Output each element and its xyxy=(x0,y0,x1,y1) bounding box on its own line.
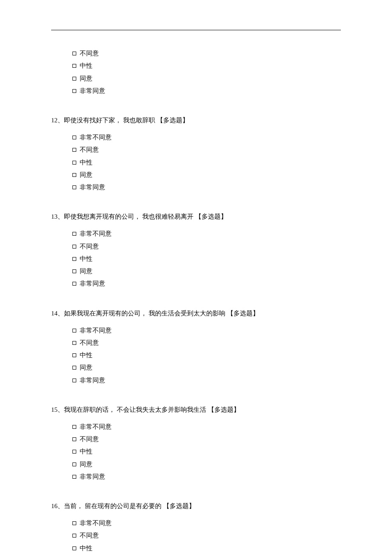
option-label: 同意 xyxy=(80,169,92,181)
checkbox-icon[interactable] xyxy=(72,64,76,68)
options-list: 非常不同意 不同意 中性 xyxy=(72,517,341,555)
checkbox-icon[interactable] xyxy=(72,52,76,55)
option-item[interactable]: 中性 xyxy=(72,349,341,361)
option-label: 中性 xyxy=(80,60,92,72)
checkbox-icon[interactable] xyxy=(72,425,76,429)
option-item[interactable]: 中性 xyxy=(72,60,341,72)
option-label: 不同意 xyxy=(80,529,99,542)
checkbox-icon[interactable] xyxy=(72,329,76,332)
option-item[interactable]: 同意 xyxy=(72,72,341,85)
option-label: 中性 xyxy=(80,253,92,265)
question-tag: 【多选题】 xyxy=(227,310,259,317)
question-tag: 【多选题】 xyxy=(163,503,195,509)
option-label: 不同意 xyxy=(80,144,99,156)
page-content: 不同意 中性 同意 非常同意 12、即使没有找好下家， 我也敢辞职 【多选题】 … xyxy=(0,0,392,555)
option-label: 非常不同意 xyxy=(80,421,112,433)
option-item[interactable]: 不同意 xyxy=(72,47,341,60)
option-item[interactable]: 非常同意 xyxy=(72,471,341,483)
option-label: 同意 xyxy=(80,361,92,374)
option-label: 同意 xyxy=(80,265,92,278)
checkbox-icon[interactable] xyxy=(72,450,76,454)
option-item[interactable]: 非常不同意 xyxy=(72,517,341,529)
checkbox-icon[interactable] xyxy=(72,161,76,165)
option-item[interactable]: 不同意 xyxy=(72,433,341,445)
option-item[interactable]: 非常同意 xyxy=(72,181,341,194)
option-item[interactable]: 非常不同意 xyxy=(72,324,341,337)
options-list: 非常不同意 不同意 中性 同意 非常同意 xyxy=(72,324,341,387)
question-text: 即使我想离开现有的公司， 我也很难轻易离开 xyxy=(64,213,195,220)
options-list: 非常不同意 不同意 中性 同意 非常同意 xyxy=(72,421,341,483)
option-item[interactable]: 同意 xyxy=(72,169,341,181)
option-label: 非常不同意 xyxy=(80,324,112,337)
checkbox-icon[interactable] xyxy=(72,89,76,93)
option-item[interactable]: 非常同意 xyxy=(72,278,341,290)
option-item[interactable]: 中性 xyxy=(72,253,341,265)
option-item[interactable]: 同意 xyxy=(72,361,341,374)
option-label: 非常同意 xyxy=(80,85,105,97)
option-label: 同意 xyxy=(80,458,92,471)
checkbox-icon[interactable] xyxy=(72,534,76,538)
question-14: 14、如果我现在离开现有的公司， 我的生活会受到太大的影响 【多选题】 非常不同… xyxy=(51,308,341,387)
checkbox-icon[interactable] xyxy=(72,269,76,273)
option-label: 中性 xyxy=(80,542,92,555)
checkbox-icon[interactable] xyxy=(72,282,76,286)
option-label: 非常不同意 xyxy=(80,517,112,529)
header-divider xyxy=(51,30,341,30)
question-number: 15、 xyxy=(51,406,64,413)
checkbox-icon[interactable] xyxy=(72,136,76,139)
question-16: 16、当前， 留在现有的公司是有必要的 【多选题】 非常不同意 不同意 中性 xyxy=(51,501,341,555)
question-tag: 【多选题】 xyxy=(195,213,227,220)
option-item[interactable]: 非常不同意 xyxy=(72,131,341,144)
option-item[interactable]: 不同意 xyxy=(72,144,341,156)
checkbox-icon[interactable] xyxy=(72,353,76,357)
option-label: 不同意 xyxy=(80,240,99,253)
checkbox-icon[interactable] xyxy=(72,245,76,249)
options-list: 非常不同意 不同意 中性 同意 非常同意 xyxy=(72,228,341,290)
checkbox-icon[interactable] xyxy=(72,77,76,81)
option-label: 不同意 xyxy=(80,433,99,445)
checkbox-icon[interactable] xyxy=(72,475,76,479)
question-12: 12、即使没有找好下家， 我也敢辞职 【多选题】 非常不同意 不同意 中性 同意 xyxy=(51,115,341,194)
checkbox-icon[interactable] xyxy=(72,185,76,189)
option-item[interactable]: 中性 xyxy=(72,445,341,458)
question-text: 如果我现在离开现有的公司， 我的生活会受到太大的影响 xyxy=(64,310,227,317)
option-item[interactable]: 中性 xyxy=(72,156,341,169)
options-list: 非常不同意 不同意 中性 同意 非常同意 xyxy=(72,131,341,194)
option-item[interactable]: 非常不同意 xyxy=(72,421,341,433)
question-title: 14、如果我现在离开现有的公司， 我的生活会受到太大的影响 【多选题】 xyxy=(51,308,341,318)
checkbox-icon[interactable] xyxy=(72,341,76,345)
option-item[interactable]: 中性 xyxy=(72,542,341,555)
checkbox-icon[interactable] xyxy=(72,366,76,370)
checkbox-icon[interactable] xyxy=(72,379,76,382)
option-item[interactable]: 不同意 xyxy=(72,529,341,542)
checkbox-icon[interactable] xyxy=(72,546,76,550)
option-item[interactable]: 同意 xyxy=(72,265,341,278)
option-item[interactable]: 同意 xyxy=(72,458,341,471)
option-label: 非常同意 xyxy=(80,374,105,387)
option-label: 不同意 xyxy=(80,337,99,349)
checkbox-icon[interactable] xyxy=(72,148,76,152)
checkbox-icon[interactable] xyxy=(72,257,76,261)
option-item[interactable]: 不同意 xyxy=(72,337,341,349)
question-tag: 【多选题】 xyxy=(208,406,240,413)
checkbox-icon[interactable] xyxy=(72,462,76,466)
checkbox-icon[interactable] xyxy=(72,521,76,525)
checkbox-icon[interactable] xyxy=(72,173,76,177)
option-item[interactable]: 非常同意 xyxy=(72,374,341,387)
option-item[interactable]: 非常不同意 xyxy=(72,228,341,240)
question-number: 14、 xyxy=(51,310,64,317)
option-label: 非常同意 xyxy=(80,471,105,483)
option-item[interactable]: 不同意 xyxy=(72,240,341,253)
checkbox-icon[interactable] xyxy=(72,232,76,236)
option-label: 不同意 xyxy=(80,47,99,60)
question-text: 当前， 留在现有的公司是有必要的 xyxy=(64,503,163,509)
question-title: 12、即使没有找好下家， 我也敢辞职 【多选题】 xyxy=(51,115,341,125)
option-item[interactable]: 非常同意 xyxy=(72,85,341,97)
option-label: 中性 xyxy=(80,156,92,169)
question-13: 13、即使我想离开现有的公司， 我也很难轻易离开 【多选题】 非常不同意 不同意… xyxy=(51,211,341,290)
option-label: 中性 xyxy=(80,445,92,458)
question-title: 15、我现在辞职的话， 不会让我失去太多并影响我生活 【多选题】 xyxy=(51,405,341,415)
checkbox-icon[interactable] xyxy=(72,437,76,441)
question-tag: 【多选题】 xyxy=(157,117,189,124)
option-label: 中性 xyxy=(80,349,92,361)
